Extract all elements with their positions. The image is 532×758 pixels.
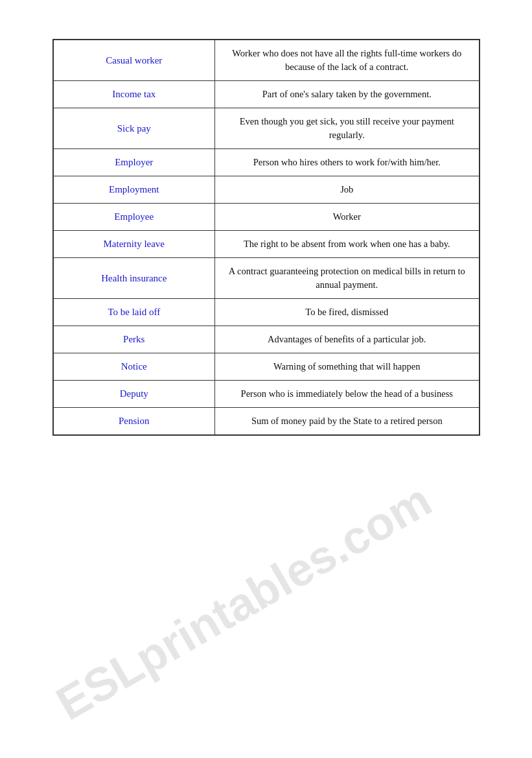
table-row: Maternity leaveThe right to be absent fr…: [53, 231, 480, 258]
term-cell: Employee: [53, 204, 215, 231]
table-row: DeputyPerson who is immediately below th…: [53, 381, 480, 408]
term-cell: Health insurance: [53, 258, 215, 299]
definition-cell: Sum of money paid by the State to a reti…: [215, 408, 480, 436]
watermark: ESLprintables.com: [47, 473, 440, 730]
definition-cell: The right to be absent from work when on…: [215, 231, 480, 258]
table-row: PerksAdvantages of benefits of a particu…: [53, 326, 480, 353]
table-row: PensionSum of money paid by the State to…: [53, 408, 480, 436]
definition-cell: Person who hires others to work for/with…: [215, 149, 480, 176]
vocabulary-table-wrapper: Casual workerWorker who does not have al…: [52, 39, 480, 436]
definition-cell: Part of one's salary taken by the govern…: [215, 81, 480, 108]
definition-cell: Person who is immediately below the head…: [215, 381, 480, 408]
table-row: EmployerPerson who hires others to work …: [53, 149, 480, 176]
table-row: Health insuranceA contract guaranteeing …: [53, 258, 480, 299]
term-cell: Employer: [53, 149, 215, 176]
table-row: Sick payEven though you get sick, you st…: [53, 108, 480, 149]
term-cell: Perks: [53, 326, 215, 353]
term-cell: To be laid off: [53, 299, 215, 326]
term-cell: Sick pay: [53, 108, 215, 149]
term-cell: Casual worker: [53, 40, 215, 81]
vocabulary-table: Casual workerWorker who does not have al…: [52, 39, 480, 436]
definition-cell: To be fired, dismissed: [215, 299, 480, 326]
term-cell: Notice: [53, 353, 215, 381]
table-row: Casual workerWorker who does not have al…: [53, 40, 480, 81]
term-cell: Maternity leave: [53, 231, 215, 258]
term-cell: Income tax: [53, 81, 215, 108]
definition-cell: A contract guaranteeing protection on me…: [215, 258, 480, 299]
table-row: Income taxPart of one's salary taken by …: [53, 81, 480, 108]
definition-cell: Even though you get sick, you still rece…: [215, 108, 480, 149]
definition-cell: Warning of something that will happen: [215, 353, 480, 381]
definition-cell: Worker: [215, 204, 480, 231]
definition-cell: Worker who does not have all the rights …: [215, 40, 480, 81]
term-cell: Pension: [53, 408, 215, 436]
table-row: To be laid offTo be fired, dismissed: [53, 299, 480, 326]
term-cell: Deputy: [53, 381, 215, 408]
definition-cell: Job: [215, 176, 480, 204]
term-cell: Employment: [53, 176, 215, 204]
table-row: EmployeeWorker: [53, 204, 480, 231]
definition-cell: Advantages of benefits of a particular j…: [215, 326, 480, 353]
table-row: NoticeWarning of something that will hap…: [53, 353, 480, 381]
table-row: EmploymentJob: [53, 176, 480, 204]
